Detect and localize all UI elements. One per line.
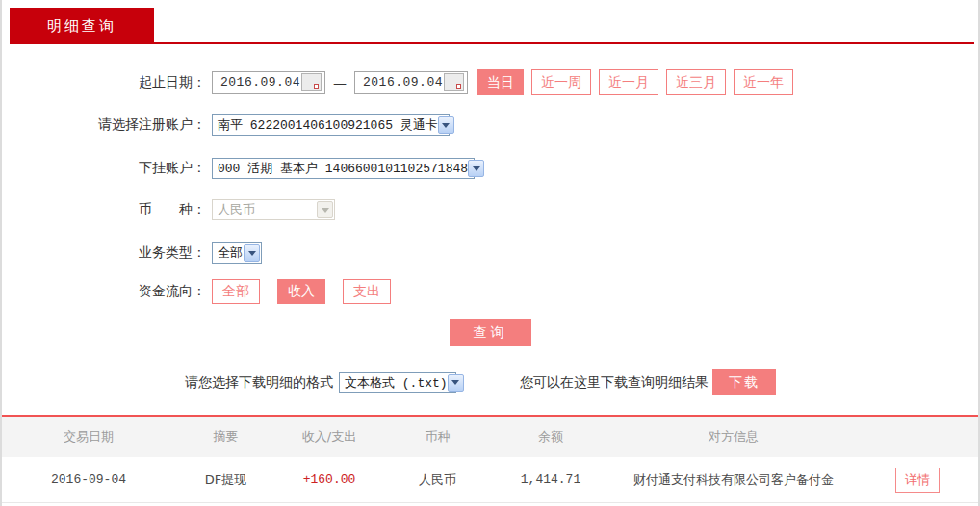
date-range-row: 起止日期： 2016.09.04 — 2016.09.04 — [2, 69, 978, 95]
currency-select: 人民币 — [212, 199, 335, 220]
date-range-separator: — — [333, 75, 347, 90]
currency-label: 币 种： — [2, 201, 206, 218]
sub-account-label: 下挂账户： — [2, 160, 206, 177]
row-transaction-date: 2016-09-04 — [2, 472, 175, 487]
header-transaction-date: 交易日期 — [2, 428, 175, 445]
register-account-label: 请选择注册账户： — [2, 116, 206, 134]
fund-flow-expense-button[interactable]: 支出 — [343, 279, 391, 304]
register-account-select[interactable]: 南平 6222001406100921065 灵通卡 — [212, 114, 450, 136]
download-row: 请您选择下载明细的格式 文本格式 (.txt) 您可以在这里下载查询明细结果 下… — [185, 369, 978, 395]
header-summary: 摘要 — [175, 428, 276, 445]
chevron-down-icon[interactable] — [448, 374, 464, 392]
calendar-icon[interactable] — [301, 73, 322, 91]
register-account-value: 南平 6222001406100921065 灵通卡 — [218, 116, 438, 134]
header-income-expense: 收入/支出 — [276, 428, 382, 445]
chevron-down-icon[interactable] — [438, 116, 454, 134]
currency-value: 人民币 — [218, 201, 255, 218]
query-form: 起止日期： 2016.09.04 — 2016.09.04 — [2, 44, 978, 346]
fund-flow-label: 资金流向： — [2, 283, 206, 300]
sub-account-value: 000 活期 基本户 1406600101102571848 — [218, 160, 468, 177]
fund-flow-row: 资金流向： 全部 收入 支出 — [2, 279, 978, 304]
sub-account-row: 下挂账户： 000 活期 基本户 1406600101102571848 — [2, 158, 978, 179]
calendar-icon-day-marker — [456, 84, 461, 89]
start-date-input[interactable]: 2016.09.04 — [212, 71, 325, 94]
quick-range-today-button[interactable]: 当日 — [477, 69, 524, 95]
calendar-icon-day-marker — [314, 84, 319, 89]
download-format-label: 请您选择下载明细的格式 — [185, 374, 333, 392]
tab-underline — [10, 42, 974, 44]
quick-range-year-button[interactable]: 近一年 — [734, 69, 793, 95]
fund-flow-income-button[interactable]: 收入 — [277, 279, 325, 304]
business-type-row: 业务类型： 全部 — [2, 242, 978, 264]
download-button[interactable]: 下载 — [712, 369, 776, 395]
download-format-select[interactable]: 文本格式 (.txt) — [339, 372, 456, 393]
table-row: 2016-09-04 DF提现 +160.00 人民币 1,414.71 财付通… — [2, 457, 978, 503]
quick-range-3months-button[interactable]: 近三月 — [666, 69, 726, 95]
row-detail-button[interactable]: 详情 — [895, 468, 940, 493]
business-type-select[interactable]: 全部 — [212, 242, 262, 264]
calendar-icon[interactable] — [444, 73, 464, 91]
download-format-value: 文本格式 (.txt) — [345, 374, 448, 392]
currency-row: 币 种： 人民币 — [2, 199, 978, 220]
table-header: 交易日期 摘要 收入/支出 币种 余额 对方信息 — [2, 417, 978, 457]
query-button[interactable]: 查询 — [450, 319, 531, 346]
tab-bar: 明细查询 — [2, 0, 978, 44]
start-date-value[interactable]: 2016.09.04 — [220, 75, 300, 89]
end-date-value[interactable]: 2016.09.04 — [363, 75, 443, 89]
header-currency: 币种 — [382, 428, 493, 445]
business-type-value: 全部 — [218, 244, 243, 262]
chevron-down-icon[interactable] — [244, 244, 260, 262]
date-range-label: 起止日期： — [2, 74, 206, 91]
header-counterparty: 对方信息 — [608, 428, 859, 445]
download-hint: 您可以在这里下载查询明细结果 — [520, 374, 709, 392]
quick-range-month-button[interactable]: 近一月 — [599, 69, 658, 95]
detail-query-page: 明细查询 起止日期： 2016.09.04 — 2016.09.04 — [0, 0, 980, 506]
tab-detail-query[interactable]: 明细查询 — [10, 8, 154, 44]
chevron-down-icon — [317, 201, 333, 218]
end-date-input[interactable]: 2016.09.04 — [354, 71, 468, 94]
row-amount: +160.00 — [276, 472, 382, 487]
row-balance: 1,414.71 — [493, 472, 608, 487]
row-counterparty: 财付通支付科技有限公司客户备付金 — [608, 471, 859, 489]
fund-flow-all-button[interactable]: 全部 — [212, 279, 260, 304]
quick-range-week-button[interactable]: 近一周 — [531, 69, 591, 95]
header-balance: 余额 — [493, 428, 608, 445]
business-type-label: 业务类型： — [2, 244, 206, 262]
row-summary: DF提现 — [175, 471, 276, 489]
register-account-row: 请选择注册账户： 南平 6222001406100921065 灵通卡 — [2, 114, 978, 136]
row-currency: 人民币 — [382, 471, 493, 489]
chevron-down-icon[interactable] — [468, 160, 484, 177]
sub-account-select[interactable]: 000 活期 基本户 1406600101102571848 — [212, 158, 475, 179]
